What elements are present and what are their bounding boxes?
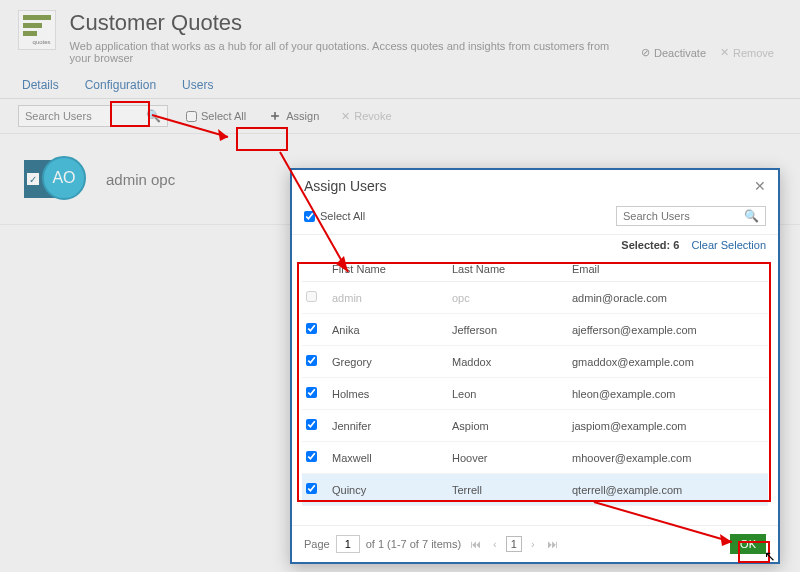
header-actions: ⊘ Deactivate ✕ Remove [641, 10, 782, 59]
select-all-checkbox[interactable] [186, 111, 197, 122]
user-name: admin opc [106, 171, 175, 188]
cell-email: admin@oracle.com [572, 292, 764, 304]
select-all-label: Select All [201, 110, 246, 122]
table-header: First Name Last Name Email [302, 257, 768, 282]
page-header: quotes Customer Quotes Web application t… [0, 0, 800, 68]
table-row[interactable]: QuincyTerrellqterrell@example.com [302, 474, 768, 506]
remove-icon: ✕ [720, 46, 729, 59]
select-all-toggle[interactable]: Select All [182, 108, 250, 124]
row-checkbox[interactable] [306, 355, 317, 366]
avatar-wrap[interactable]: ✓ AO [24, 154, 84, 204]
row-checkbox [306, 291, 317, 302]
close-icon[interactable]: ✕ [754, 178, 766, 194]
table-row[interactable]: GregoryMaddoxgmaddox@example.com [302, 346, 768, 378]
remove-label: Remove [733, 47, 774, 59]
assign-label: Assign [286, 110, 319, 122]
cell-first-name: Maxwell [332, 452, 452, 464]
modal-title: Assign Users [304, 178, 386, 194]
cell-last-name: Aspiom [452, 420, 572, 432]
page-title: Customer Quotes [70, 10, 627, 36]
pager-next-icon[interactable]: › [528, 538, 538, 550]
tab-configuration[interactable]: Configuration [81, 74, 160, 98]
revoke-button[interactable]: ✕ Revoke [337, 108, 395, 125]
modal-toolbar: Select All 🔍 [292, 200, 778, 235]
row-checkbox[interactable] [306, 323, 317, 334]
table-body: adminopcadmin@oracle.comAnikaJeffersonaj… [302, 282, 768, 506]
page-input[interactable] [336, 535, 360, 553]
cell-first-name: Gregory [332, 356, 452, 368]
page-of-text: of 1 (1-7 of 7 items) [366, 538, 461, 550]
search-users-box[interactable]: 🔍 [18, 105, 168, 127]
cell-last-name: Jefferson [452, 324, 572, 336]
pager-current: 1 [506, 536, 522, 552]
cell-email: qterrell@example.com [572, 484, 764, 496]
cell-first-name: Jennifer [332, 420, 452, 432]
table-row[interactable]: adminopcadmin@oracle.com [302, 282, 768, 314]
cell-email: mhoover@example.com [572, 452, 764, 464]
cell-last-name: Terrell [452, 484, 572, 496]
search-icon: 🔍 [744, 209, 759, 223]
cell-first-name: Anika [332, 324, 452, 336]
row-checkbox[interactable] [306, 483, 317, 494]
deactivate-button[interactable]: ⊘ Deactivate [641, 46, 706, 59]
assign-users-modal: Assign Users ✕ Select All 🔍 Selected: 6 … [290, 168, 780, 564]
pager-first-icon[interactable]: ⏮ [467, 538, 484, 550]
table-row[interactable]: MaxwellHoovermhoover@example.com [302, 442, 768, 474]
cell-first-name: Quincy [332, 484, 452, 496]
header-text: Customer Quotes Web application that wor… [70, 10, 627, 64]
modal-search-wrap: 🔍 [616, 206, 766, 226]
assign-button[interactable]: ＋ Assign [264, 105, 323, 127]
row-checkbox[interactable] [306, 387, 317, 398]
col-last-name: Last Name [452, 263, 572, 275]
selected-count: Selected: 6 [621, 239, 679, 251]
modal-search-box[interactable]: 🔍 [616, 206, 766, 226]
pager-last-icon[interactable]: ⏭ [544, 538, 561, 550]
modal-header: Assign Users ✕ [292, 170, 778, 200]
cell-first-name: admin [332, 292, 452, 304]
modal-select-all[interactable]: Select All [304, 210, 365, 222]
revoke-label: Revoke [354, 110, 391, 122]
modal-search-input[interactable] [623, 210, 744, 222]
modal-select-all-label: Select All [320, 210, 365, 222]
tab-details[interactable]: Details [18, 74, 63, 98]
cell-last-name: Hoover [452, 452, 572, 464]
page-label: Page [304, 538, 330, 550]
cell-email: gmaddox@example.com [572, 356, 764, 368]
tab-users[interactable]: Users [178, 74, 217, 98]
avatar: AO [42, 156, 86, 200]
cell-first-name: Holmes [332, 388, 452, 400]
ok-button[interactable]: OK [730, 534, 766, 554]
page-subtitle: Web application that works as a hub for … [70, 40, 627, 64]
cell-last-name: Leon [452, 388, 572, 400]
cell-last-name: Maddox [452, 356, 572, 368]
modal-footer: Page of 1 (1-7 of 7 items) ⏮ ‹ 1 › ⏭ OK [292, 525, 778, 562]
table-row[interactable]: HolmesLeonhleon@example.com [302, 378, 768, 410]
app-logo: quotes [18, 10, 56, 50]
avatar-check-icon: ✓ [26, 172, 40, 186]
cell-email: ajefferson@example.com [572, 324, 764, 336]
cell-last-name: opc [452, 292, 572, 304]
search-input[interactable] [25, 110, 146, 122]
plus-icon: ＋ [268, 107, 282, 125]
row-checkbox[interactable] [306, 419, 317, 430]
revoke-icon: ✕ [341, 110, 350, 123]
col-first-name: First Name [332, 263, 452, 275]
row-checkbox[interactable] [306, 451, 317, 462]
deactivate-icon: ⊘ [641, 46, 650, 59]
clear-selection-link[interactable]: Clear Selection [691, 239, 766, 251]
user-table: First Name Last Name Email adminopcadmin… [292, 257, 778, 525]
modal-meta: Selected: 6 Clear Selection [292, 235, 778, 257]
remove-button[interactable]: ✕ Remove [720, 46, 774, 59]
tabs: Details Configuration Users [0, 68, 800, 99]
table-row[interactable]: AnikaJeffersonajefferson@example.com [302, 314, 768, 346]
modal-select-all-checkbox[interactable] [304, 211, 315, 222]
search-icon: 🔍 [146, 109, 161, 123]
deactivate-label: Deactivate [654, 47, 706, 59]
toolbar: 🔍 Select All ＋ Assign ✕ Revoke [0, 99, 800, 134]
table-row[interactable]: JenniferAspiomjaspiom@example.com [302, 410, 768, 442]
cell-email: jaspiom@example.com [572, 420, 764, 432]
col-email: Email [572, 263, 764, 275]
pager-prev-icon[interactable]: ‹ [490, 538, 500, 550]
cell-email: hleon@example.com [572, 388, 764, 400]
